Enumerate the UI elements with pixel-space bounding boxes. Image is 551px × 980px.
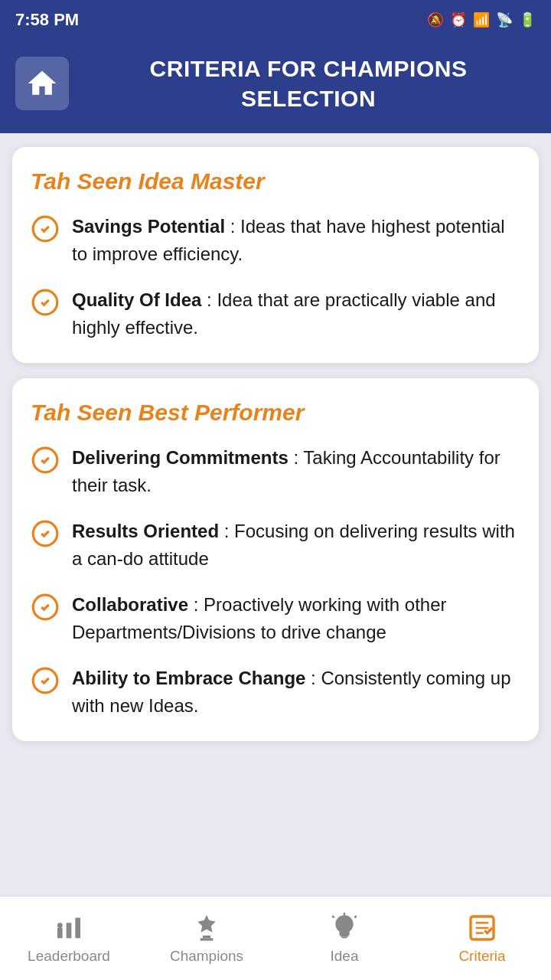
battery-icon: 🔋 — [519, 11, 536, 28]
criteria-separator: : — [289, 447, 304, 468]
nav-item-leaderboard[interactable]: Leaderboard — [0, 897, 138, 980]
check-icon — [31, 593, 60, 622]
nav-label-idea: Idea — [331, 948, 359, 965]
svg-line-15 — [332, 916, 334, 918]
criteria-label: Results Oriented — [72, 521, 219, 541]
check-icon — [31, 666, 60, 695]
leaderboard-icon — [54, 913, 84, 943]
status-time: 7:58 PM — [15, 10, 79, 30]
criteria-separator: : — [188, 594, 204, 615]
criteria-separator: : — [225, 216, 240, 237]
svg-line-16 — [354, 916, 357, 918]
check-icon — [31, 446, 60, 475]
page-title: CRITERIA FOR CHAMPIONS SELECTION — [81, 54, 536, 113]
wifi-icon: 📡 — [496, 11, 513, 28]
criteria-text: Delivering Commitments : Taking Accounta… — [72, 444, 520, 499]
svg-rect-8 — [75, 917, 80, 938]
criteria-text: Collaborative : Proactively working with… — [72, 591, 520, 646]
criteria-label: Collaborative — [72, 594, 188, 615]
svg-rect-12 — [341, 936, 348, 937]
status-icons: 🔕 ⏰ 📶 📡 🔋 — [427, 11, 536, 28]
svg-rect-7 — [67, 923, 72, 938]
svg-rect-6 — [57, 928, 63, 938]
nav-item-criteria[interactable]: Criteria — [413, 897, 551, 980]
nav-label-criteria: Criteria — [458, 948, 505, 965]
criteria-separator: : — [219, 521, 234, 541]
criteria-label: Quality Of Idea — [72, 289, 201, 310]
list-item: Delivering Commitments : Taking Accounta… — [31, 444, 520, 499]
criteria-text: Savings Potential : Ideas that have high… — [72, 213, 520, 268]
idea-icon — [329, 913, 360, 943]
best-performer-title: Tah Seen Best Performer — [31, 400, 520, 426]
best-performer-card: Tah Seen Best Performer Delivering Commi… — [12, 378, 539, 741]
header-stripe — [0, 127, 551, 133]
criteria-text: Ability to Embrace Change : Consistently… — [72, 665, 520, 720]
criteria-text: Quality Of Idea : Idea that are practica… — [72, 286, 520, 341]
alarm-icon: ⏰ — [450, 11, 467, 28]
svg-rect-10 — [203, 936, 210, 938]
list-item: Savings Potential : Ideas that have high… — [31, 213, 520, 268]
check-icon — [31, 519, 60, 548]
home-icon — [25, 67, 59, 100]
status-bar: 7:58 PM 🔕 ⏰ 📶 📡 🔋 — [0, 0, 551, 40]
nav-item-champions[interactable]: Champions — [138, 897, 276, 980]
mute-icon: 🔕 — [427, 11, 444, 28]
criteria-text: Results Oriented : Focusing on deliverin… — [72, 518, 520, 573]
svg-rect-13 — [342, 936, 347, 938]
check-icon — [31, 214, 60, 243]
svg-rect-11 — [201, 938, 214, 940]
list-item: Quality Of Idea : Idea that are practica… — [31, 286, 520, 341]
criteria-icon — [467, 913, 497, 943]
champions-icon — [191, 913, 222, 943]
criteria-separator: : — [201, 289, 217, 310]
bottom-navigation: Leaderboard Champions Idea Criteria — [0, 896, 551, 980]
check-icon — [31, 288, 60, 317]
criteria-label: Ability to Embrace Change — [72, 668, 305, 688]
idea-master-title: Tah Seen Idea Master — [31, 168, 520, 194]
nav-label-champions: Champions — [170, 948, 243, 965]
criteria-label: Delivering Commitments — [72, 447, 289, 468]
list-item: Ability to Embrace Change : Consistently… — [31, 665, 520, 720]
list-item: Collaborative : Proactively working with… — [31, 591, 520, 646]
main-content: Tah Seen Idea Master Savings Potential :… — [0, 133, 551, 896]
signal-icon: 📶 — [473, 11, 490, 28]
home-button[interactable] — [15, 57, 69, 110]
nav-label-leaderboard: Leaderboard — [28, 948, 110, 965]
nav-item-idea[interactable]: Idea — [276, 897, 413, 980]
criteria-label: Savings Potential — [72, 216, 225, 237]
list-item: Results Oriented : Focusing on deliverin… — [31, 518, 520, 573]
criteria-separator: : — [305, 668, 321, 688]
idea-master-card: Tah Seen Idea Master Savings Potential :… — [12, 147, 539, 363]
app-header: CRITERIA FOR CHAMPIONS SELECTION — [0, 40, 551, 127]
svg-point-9 — [57, 923, 63, 928]
